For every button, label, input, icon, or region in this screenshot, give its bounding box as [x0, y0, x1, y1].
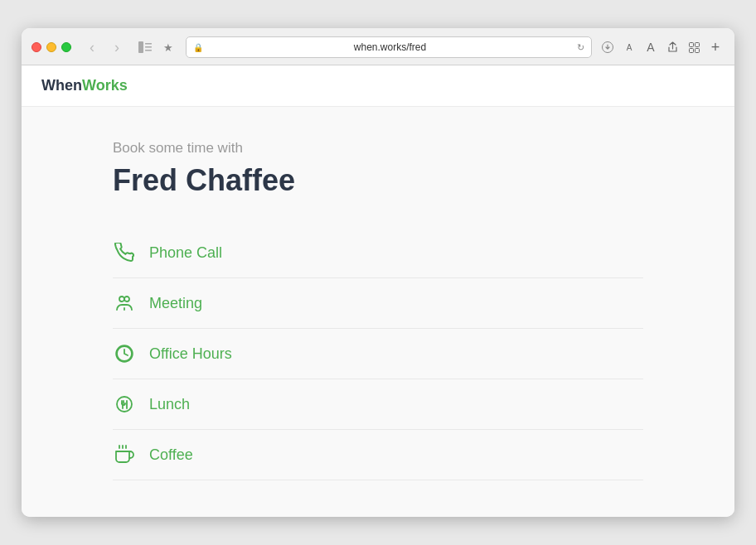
logo-when: When — [41, 77, 82, 94]
svg-rect-6 — [695, 42, 699, 46]
new-tab-icon[interactable]: + — [706, 40, 724, 55]
back-button[interactable]: ‹ — [81, 40, 103, 55]
main-body: Book some time with Fred Chaffee Phone C… — [88, 107, 668, 514]
page-content: WhenWorks Book some time with Fred Chaff… — [22, 65, 734, 517]
event-label-office-hours: Office Hours — [149, 345, 232, 363]
svg-rect-8 — [695, 48, 699, 52]
svg-rect-2 — [145, 46, 152, 48]
event-item-office-hours[interactable]: Office Hours — [113, 329, 643, 379]
svg-rect-0 — [138, 41, 143, 53]
forward-button[interactable]: › — [106, 40, 128, 55]
svg-rect-1 — [145, 43, 152, 45]
svg-rect-7 — [689, 48, 693, 52]
site-header: WhenWorks — [22, 65, 734, 107]
person-name: Fred Chaffee — [113, 163, 643, 198]
address-bar-container: 🔒 when.works/fred ↻ — [186, 36, 592, 58]
download-icon[interactable] — [598, 40, 617, 55]
bookmark-icon[interactable]: ★ — [158, 40, 179, 55]
tab-manager-icon[interactable] — [685, 40, 703, 55]
site-logo: WhenWorks — [41, 77, 715, 94]
event-list: Phone Call Meeting — [113, 228, 643, 480]
svg-rect-5 — [689, 42, 693, 46]
browser-window: ‹ › ★ 🔒 when.works/fred — [22, 28, 734, 517]
event-label-meeting: Meeting — [149, 295, 202, 312]
coffee-icon — [113, 443, 136, 466]
event-item-coffee[interactable]: Coffee — [113, 430, 643, 480]
event-item-phone-call[interactable]: Phone Call — [113, 228, 643, 278]
event-label-phone-call: Phone Call — [149, 244, 222, 262]
close-button[interactable] — [32, 42, 41, 52]
font-small-icon[interactable]: A — [620, 40, 638, 55]
lock-icon: 🔒 — [193, 43, 203, 52]
address-bar[interactable]: 🔒 when.works/fred ↻ — [186, 36, 592, 58]
nav-buttons: ‹ › — [81, 40, 128, 55]
phone-icon — [113, 241, 136, 264]
clock-icon — [113, 342, 136, 365]
meeting-icon — [113, 292, 136, 315]
event-item-lunch[interactable]: Lunch — [113, 379, 643, 430]
event-label-lunch: Lunch — [149, 396, 190, 413]
svg-rect-3 — [145, 50, 152, 51]
minimize-button[interactable] — [46, 42, 56, 52]
page-subtitle: Book some time with — [113, 140, 643, 157]
traffic-lights — [32, 42, 71, 52]
font-large-icon[interactable]: A — [642, 40, 660, 55]
left-toolbar: ★ — [134, 40, 179, 55]
share-icon[interactable] — [663, 40, 681, 55]
sidebar-toggle-icon[interactable] — [134, 40, 156, 55]
browser-chrome: ‹ › ★ 🔒 when.works/fred — [22, 28, 734, 65]
right-toolbar: A A + — [598, 40, 724, 55]
event-label-coffee: Coffee — [149, 446, 193, 464]
event-item-meeting[interactable]: Meeting — [113, 278, 643, 329]
fullscreen-button[interactable] — [61, 42, 71, 52]
url-text: when.works/fred — [207, 41, 573, 53]
refresh-icon[interactable]: ↻ — [577, 42, 584, 53]
logo-works: Works — [82, 77, 128, 94]
fork-icon — [113, 393, 136, 416]
svg-point-10 — [124, 297, 129, 301]
